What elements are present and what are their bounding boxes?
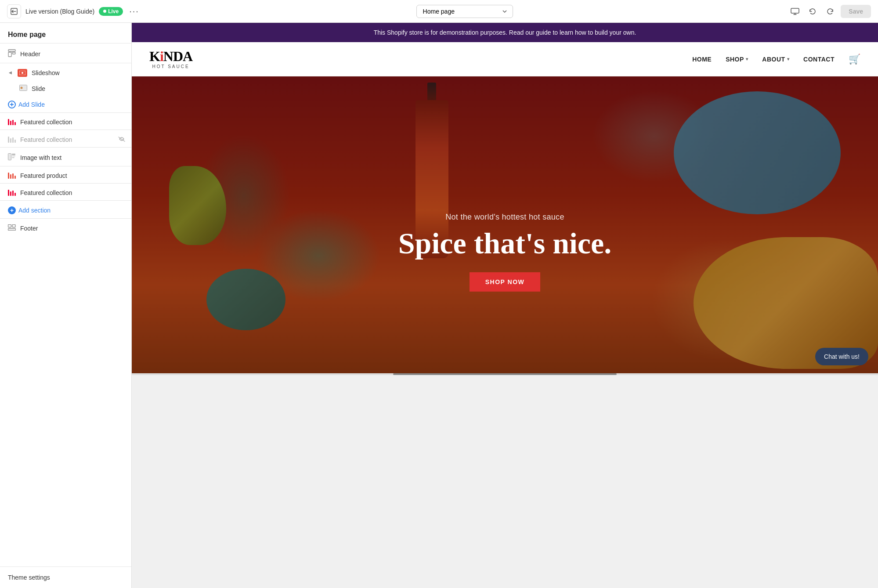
featured-collection-3-icon	[8, 190, 16, 196]
scroll-indicator	[132, 373, 878, 375]
header-icon	[8, 49, 16, 59]
svg-point-6	[22, 72, 23, 74]
top-bar: Live version (Blog Guide) Live ··· Home …	[0, 0, 878, 23]
cart-icon[interactable]: 🛒	[849, 54, 860, 65]
theme-settings-button[interactable]: Theme settings	[0, 566, 131, 588]
main-layout: Home page Header ▼ Slideshow Slide	[0, 23, 878, 588]
sidebar-divider-8	[0, 218, 131, 219]
nav-home[interactable]: HOME	[692, 56, 712, 63]
back-button[interactable]	[7, 4, 21, 18]
slideshow-label: Slideshow	[32, 69, 125, 76]
slideshow-icon	[18, 69, 27, 77]
sidebar-item-slideshow[interactable]: ▼ Slideshow	[0, 65, 131, 81]
sidebar-item-slide[interactable]: Slide	[0, 81, 131, 97]
nav-about[interactable]: ABOUT ▾	[762, 56, 789, 63]
save-button[interactable]: Save	[841, 5, 871, 18]
sidebar-page-title: Home page	[0, 23, 131, 43]
featured-collection-2-label: Featured collection	[20, 136, 114, 143]
hero-title: Spice that's nice.	[351, 227, 659, 260]
slideshow-chevron: ▼	[7, 70, 14, 76]
add-slide-plus: +	[8, 101, 16, 108]
hero-subtitle: Not the world's hottest hot sauce	[351, 213, 659, 222]
featured-product-label: Featured product	[20, 172, 125, 179]
sidebar-item-image-with-text[interactable]: Image with text	[0, 149, 131, 166]
svg-rect-12	[12, 157, 14, 158]
sidebar-spacer	[0, 236, 131, 566]
store-nav: KiNDA HOT SAUCE HOME SHOP ▾ ABOUT ▾ CONT…	[132, 42, 878, 76]
store-logo-sub: HOT SAUCE	[149, 64, 192, 69]
desktop-view-button[interactable]	[788, 4, 802, 18]
slide-icon	[19, 85, 27, 93]
footer-icon	[8, 224, 16, 232]
sidebar-item-featured-collection-2[interactable]: Featured collection	[0, 132, 131, 147]
undo-button[interactable]	[806, 4, 820, 18]
scroll-thumb	[393, 373, 617, 375]
store-logo-container: KiNDA HOT SAUCE	[149, 49, 192, 69]
sidebar-divider-1	[0, 63, 131, 63]
add-slide-button[interactable]: + Add Slide	[0, 97, 131, 112]
sidebar-item-featured-collection-1[interactable]: Featured collection	[0, 115, 131, 130]
hero-cta-button[interactable]: SHOP NOW	[470, 272, 541, 292]
sidebar-divider-3	[0, 130, 131, 130]
featured-collection-1-icon	[8, 119, 16, 125]
sidebar-item-featured-collection-3[interactable]: Featured collection	[0, 185, 131, 200]
live-badge: Live	[99, 7, 123, 16]
featured-collection-3-label: Featured collection	[20, 189, 125, 196]
live-dot	[103, 10, 106, 13]
svg-rect-3	[8, 52, 11, 57]
svg-rect-2	[8, 50, 15, 51]
sidebar-divider-5	[0, 166, 131, 166]
svg-rect-11	[12, 155, 15, 156]
sidebar-item-footer[interactable]: Footer	[0, 220, 131, 236]
sidebar-divider-top	[0, 43, 131, 43]
sidebar-divider-4	[0, 147, 131, 148]
svg-rect-14	[8, 225, 11, 227]
featured-product-icon	[8, 173, 16, 179]
store-preview: This Shopify store is for demonstration …	[132, 23, 878, 588]
chat-widget[interactable]: Chat with us!	[815, 348, 868, 365]
top-bar-right: Save	[788, 4, 871, 18]
featured-collection-2-icon	[8, 137, 16, 143]
hero-slideshow: Not the world's hottest hot sauce Spice …	[132, 76, 878, 375]
featured-collection-1-label: Featured collection	[20, 119, 125, 126]
sidebar-item-featured-product[interactable]: Featured product	[0, 168, 131, 183]
nav-shop[interactable]: SHOP ▾	[726, 56, 748, 63]
about-dropdown-arrow: ▾	[787, 57, 790, 61]
sidebar-divider-7	[0, 200, 131, 201]
top-bar-left: Live version (Blog Guide) Live ···	[7, 4, 141, 18]
top-bar-center: Home page	[146, 5, 783, 18]
svg-rect-10	[12, 154, 15, 155]
sidebar-divider-2	[0, 112, 131, 113]
add-section-plus: +	[8, 206, 16, 214]
sidebar-divider-6	[0, 183, 131, 184]
svg-rect-15	[12, 225, 15, 227]
hero-content: Not the world's hottest hot sauce Spice …	[351, 213, 659, 292]
add-section-label: Add section	[18, 207, 51, 214]
hidden-eye-icon	[118, 136, 125, 143]
header-label: Header	[20, 51, 125, 58]
footer-label: Footer	[20, 225, 125, 232]
svg-rect-9	[8, 154, 11, 160]
logo-dot: i	[160, 48, 163, 64]
image-with-text-label: Image with text	[20, 154, 125, 161]
preview-pane: This Shopify store is for demonstration …	[132, 23, 878, 588]
nav-contact[interactable]: CONTACT	[803, 56, 835, 63]
store-nav-links: HOME SHOP ▾ ABOUT ▾ CONTACT 🛒	[692, 54, 860, 65]
version-title: Live version (Blog Guide)	[25, 8, 94, 15]
shop-dropdown-arrow: ▾	[746, 57, 748, 61]
store-banner: This Shopify store is for demonstration …	[132, 23, 878, 42]
svg-rect-1	[791, 8, 799, 13]
sidebar-item-header[interactable]: Header	[0, 45, 131, 63]
redo-button[interactable]	[823, 4, 837, 18]
add-slide-label: Add Slide	[18, 101, 45, 108]
slide-label: Slide	[32, 85, 125, 92]
svg-rect-13	[8, 229, 16, 231]
image-with-text-icon	[8, 153, 16, 162]
add-section-button[interactable]: + Add section	[0, 202, 131, 218]
logo-k: KiNDA	[149, 48, 192, 64]
store-logo: KiNDA	[149, 49, 192, 63]
more-options-button[interactable]: ···	[127, 6, 141, 16]
svg-point-8	[21, 87, 23, 89]
page-selector[interactable]: Home page	[416, 5, 513, 18]
svg-rect-4	[12, 52, 15, 54]
